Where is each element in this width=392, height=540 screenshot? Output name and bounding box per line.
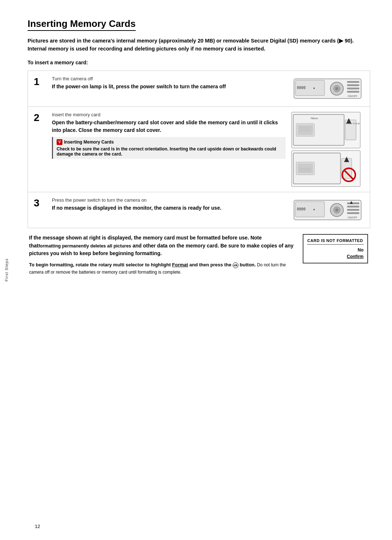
svg-text:●: ●	[313, 86, 315, 90]
ok-circle: ok	[233, 262, 238, 268]
svg-text:Nikon: Nikon	[311, 117, 318, 120]
format-options: No Confirm	[307, 247, 364, 259]
svg-rect-10	[347, 91, 359, 93]
page-container: First Steps Inserting Memory Cards Pictu…	[0, 0, 392, 540]
step-3-title: Press the power switch to turn the camer…	[52, 197, 286, 203]
step-2-images: PUSH TO EJECT Nikon	[291, 112, 364, 187]
step-1-bold: If the power-on lamp is lit, press the p…	[52, 83, 286, 90]
warning-text: Check to be sure the card is in the corr…	[57, 146, 282, 157]
format-option-confirm: Confirm	[347, 254, 364, 259]
step-2-number: 2	[34, 113, 47, 123]
svg-rect-8	[347, 84, 359, 86]
svg-rect-39	[347, 202, 359, 204]
after-steps-row: If the message shown at right is display…	[29, 234, 369, 276]
main-content: Inserting Memory Cards Pictures are stor…	[13, 0, 392, 540]
step-1-diagram: 0000 ● ON/OFF	[293, 76, 362, 101]
page-number: 12	[35, 524, 40, 529]
to-insert-label: To insert a memory card:	[28, 60, 370, 65]
step-1-image: 0000 ● ON/OFF	[291, 76, 364, 101]
after-steps: If the message shown at right is display…	[28, 228, 370, 276]
format-box-area: CARD IS NOT FORMATTED No Confirm	[302, 234, 369, 263]
step-3-number: 3	[34, 198, 47, 208]
step-2-image-1: PUSH TO EJECT Nikon	[291, 112, 360, 148]
step-2-diagram-1: PUSH TO EJECT Nikon	[293, 113, 360, 147]
step-3-image: 0000 ● ON/OFF	[291, 197, 364, 223]
step-2-content: Insert the memory card Open the battery-…	[52, 112, 286, 162]
step-2-diagram-2	[293, 151, 360, 186]
step-2-image-2	[291, 150, 360, 187]
step-1-number: 1	[34, 77, 47, 87]
step-1: 1 Turn the camera off If the power-on la…	[28, 71, 370, 107]
svg-rect-9	[347, 88, 359, 89]
step-3: 3 Press the power switch to turn the cam…	[28, 192, 370, 228]
intro-text: Pictures are stored in the camera's inte…	[28, 37, 370, 53]
svg-text:0000: 0000	[297, 207, 306, 211]
sidebar: First Steps	[0, 0, 13, 540]
steps-container: 1 Turn the camera off If the power-on la…	[28, 70, 370, 228]
step-3-bold: If no message is displayed in the monito…	[52, 204, 286, 212]
warning-icon: V	[57, 139, 62, 145]
step-1-content: Turn the camera off If the power-on lamp…	[52, 76, 286, 90]
svg-rect-18	[298, 125, 313, 134]
page-title: Inserting Memory Cards	[28, 18, 136, 31]
sidebar-label: First Steps	[4, 258, 9, 282]
svg-text:ON/OFF: ON/OFF	[348, 216, 357, 219]
after-steps-text: If the message shown at right is display…	[29, 234, 294, 276]
step-2-bold: Open the battery-chamber/memory card slo…	[52, 119, 286, 134]
step-2-title: Insert the memory card	[52, 112, 286, 117]
svg-text:0000: 0000	[297, 86, 306, 90]
svg-rect-41	[347, 209, 359, 211]
warning-note: V Inserting Memory Cards Check to be sur…	[52, 137, 286, 159]
svg-rect-7	[347, 81, 359, 83]
svg-rect-40	[347, 206, 359, 207]
svg-rect-26	[298, 164, 313, 173]
format-option-no: No	[358, 247, 364, 253]
svg-rect-42	[347, 212, 359, 214]
step-1-title: Turn the camera off	[52, 76, 286, 81]
step-3-content: Press the power switch to turn the camer…	[52, 197, 286, 212]
svg-text:●: ●	[313, 208, 315, 211]
svg-text:ON/OFF: ON/OFF	[348, 95, 357, 97]
step-3-diagram: 0000 ● ON/OFF	[293, 197, 362, 223]
format-message-box: CARD IS NOT FORMATTED No Confirm	[303, 234, 368, 263]
format-msg-title: CARD IS NOT FORMATTED	[307, 238, 364, 245]
warning-title: V Inserting Memory Cards	[57, 139, 282, 145]
step-2: 2 Insert the memory card Open the batter…	[28, 107, 370, 192]
svg-point-6	[335, 87, 338, 90]
svg-point-38	[335, 209, 338, 211]
warning-label: Inserting Memory Cards	[64, 140, 114, 145]
format-message-para: If the message shown at right is display…	[29, 234, 294, 258]
formatting-instruction: To begin formatting, rotate the rotary m…	[29, 261, 294, 276]
